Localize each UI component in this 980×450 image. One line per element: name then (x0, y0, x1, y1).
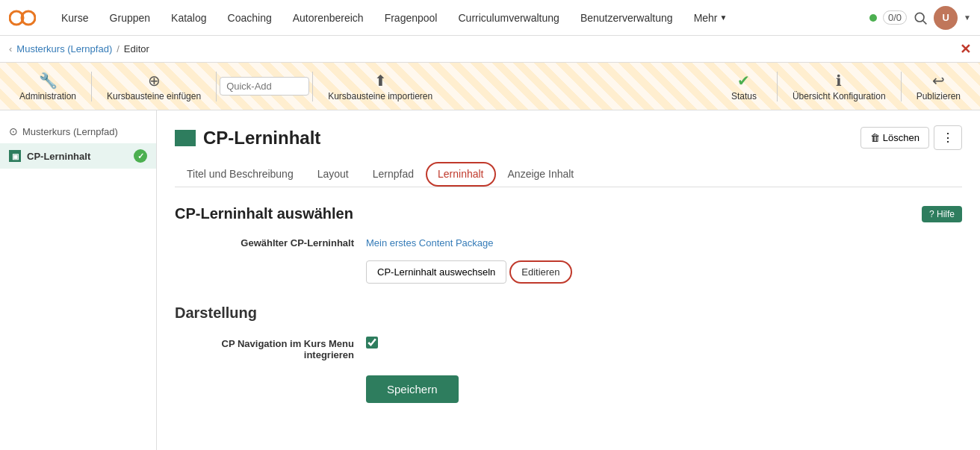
import-button[interactable]: ⬆ Kursbausteine importieren (316, 67, 444, 106)
user-score-badge: 0/0 (883, 10, 907, 25)
import-icon: ⬆ (374, 72, 387, 90)
status-check-icon: ✔ (737, 72, 750, 90)
nav-benutzer[interactable]: Benutzerverwaltung (570, 0, 683, 36)
page-title: CP-Lerninhalt (203, 128, 320, 149)
toolbar-separator-3 (312, 72, 313, 101)
content-tabs: Titel und Beschreibung Layout Lernpfad L… (175, 162, 962, 187)
darstellung-title: Darstellung (175, 304, 962, 322)
sidebar-item-icon: ▣ (9, 150, 21, 162)
top-navigation: Kurse Gruppen Katalog Coaching Autorenbe… (0, 0, 980, 36)
administration-button[interactable]: 🔧 Administration (7, 67, 88, 106)
publish-button[interactable]: ↩ Publizieren (905, 67, 973, 106)
nav-autorenbereich[interactable]: Autorenbereich (282, 0, 374, 36)
selected-cp-label: Gewählter CP-Lerninhalt (175, 237, 354, 249)
sidebar: ⊙ Musterkurs (Lernpfad) ▣ CP-Lerninhalt … (0, 110, 157, 450)
breadcrumb: ‹ Musterkurs (Lernpfad) / Editor ✕ (0, 36, 980, 63)
tab-titel-beschreibung[interactable]: Titel und Beschreibung (175, 162, 306, 187)
delete-button[interactable]: 🗑 Löschen (860, 127, 929, 149)
breadcrumb-back-icon[interactable]: ‹ (9, 43, 12, 54)
sidebar-course-label: Musterkurs (Lernpfad) (22, 126, 118, 137)
section-title: CP-Lerninhalt auswählen (175, 205, 353, 222)
selected-cp-row: Gewählter CP-Lerninhalt Mein erstes Cont… (175, 237, 962, 249)
action-buttons-row: CP-Lerninhalt auswechseln Editieren (175, 260, 962, 284)
config-icon: ℹ (836, 72, 842, 90)
nav-coaching[interactable]: Coaching (217, 0, 282, 36)
svg-line-3 (923, 20, 927, 24)
status-button[interactable]: ✔ Status (714, 67, 774, 106)
cp-nav-checkbox[interactable] (366, 337, 378, 349)
quick-add-input[interactable] (220, 77, 309, 96)
nav-right: 0/0 U ▼ (869, 6, 971, 30)
toolbar-separator-1 (91, 72, 92, 101)
administration-label: Administration (19, 91, 76, 101)
action-buttons: CP-Lerninhalt auswechseln Editieren (366, 260, 572, 284)
import-label: Kursbausteine importieren (328, 91, 432, 101)
cp-nav-row: CP Navigation im Kurs Menu integrieren (175, 337, 962, 360)
publish-label: Publizieren (917, 91, 961, 101)
publish-icon: ↩ (932, 72, 945, 90)
cp-nav-checkbox-container (366, 337, 378, 351)
config-overview-button[interactable]: ℹ Übersicht Konfiguration (781, 67, 898, 106)
nav-curriculum[interactable]: Curriculumverwaltung (447, 0, 569, 36)
user-avatar[interactable]: U (934, 6, 958, 30)
selected-cp-value[interactable]: Mein erstes Content Package (366, 237, 494, 249)
nav-items: Kurse Gruppen Katalog Coaching Autorenbe… (51, 0, 869, 36)
cp-nav-label: CP Navigation im Kurs Menu integrieren (175, 337, 354, 360)
avatar-circle: U (934, 6, 958, 30)
toolbar-separator-4 (777, 72, 778, 101)
breadcrumb-close-button[interactable]: ✕ (960, 41, 971, 57)
nav-kurse[interactable]: Kurse (51, 0, 99, 36)
nav-mehr[interactable]: Mehr ▼ (683, 0, 738, 36)
breadcrumb-parent[interactable]: Musterkurs (Lernpfad) (16, 43, 112, 54)
save-button[interactable]: Speichern (366, 375, 459, 403)
header-actions: 🗑 Löschen ⋮ (860, 125, 962, 150)
breadcrumb-separator: / (117, 43, 120, 54)
online-status-dot (869, 14, 877, 22)
search-button[interactable] (913, 10, 928, 25)
breadcrumb-current: Editor (124, 43, 149, 54)
sidebar-course-icon: ⊙ (9, 125, 18, 137)
sidebar-item-badge: ✓ (134, 149, 147, 163)
darstellung-section: Darstellung CP Navigation im Kurs Menu i… (175, 304, 962, 403)
tab-anzeige-inhalt[interactable]: Anzeige Inhalt (496, 162, 586, 187)
add-modules-label: Kursbausteine einfügen (107, 91, 201, 101)
tab-lerninhalt[interactable]: Lerninhalt (426, 162, 496, 187)
content-area: CP-Lerninhalt 🗑 Löschen ⋮ Titel und Besc… (157, 110, 980, 450)
hilfe-button[interactable]: ? Hilfe (922, 206, 962, 222)
logo[interactable] (9, 4, 36, 31)
mehr-dropdown-icon: ▼ (720, 13, 728, 22)
toolbar: 🔧 Administration ⊕ Kursbausteine einfüge… (0, 63, 980, 110)
more-button[interactable]: ⋮ (934, 125, 962, 150)
user-dropdown-arrow[interactable]: ▼ (964, 13, 971, 22)
editieren-button[interactable]: Editieren (509, 260, 571, 284)
sidebar-course-title[interactable]: ⊙ Musterkurs (Lernpfad) (0, 119, 156, 143)
administration-icon: 🔧 (39, 72, 58, 90)
toolbar-separator-2 (216, 72, 217, 101)
nav-katalog[interactable]: Katalog (161, 0, 217, 36)
section-header: CP-Lerninhalt auswählen ? Hilfe (175, 205, 962, 222)
sidebar-item-cp-lerninhalt[interactable]: ▣ CP-Lerninhalt ✓ (0, 143, 156, 169)
status-label: Status (731, 91, 757, 101)
tab-layout[interactable]: Layout (306, 162, 361, 187)
toolbar-separator-5 (901, 72, 902, 101)
tab-lernpfad[interactable]: Lernpfad (361, 162, 426, 187)
nav-fragenpool[interactable]: Fragenpool (374, 0, 448, 36)
svg-point-2 (915, 13, 924, 22)
main-layout: ⊙ Musterkurs (Lernpfad) ▣ CP-Lerninhalt … (0, 110, 980, 450)
sidebar-item-label: CP-Lerninhalt (27, 151, 90, 162)
content-title: CP-Lerninhalt (175, 128, 320, 149)
content-title-icon (175, 130, 196, 146)
add-modules-button[interactable]: ⊕ Kursbausteine einfügen (95, 67, 213, 106)
switch-cp-button[interactable]: CP-Lerninhalt auswechseln (366, 260, 506, 284)
content-header: CP-Lerninhalt 🗑 Löschen ⋮ (175, 125, 962, 150)
config-label: Übersicht Konfiguration (793, 91, 886, 101)
add-modules-icon: ⊕ (148, 72, 161, 90)
nav-gruppen[interactable]: Gruppen (99, 0, 161, 36)
